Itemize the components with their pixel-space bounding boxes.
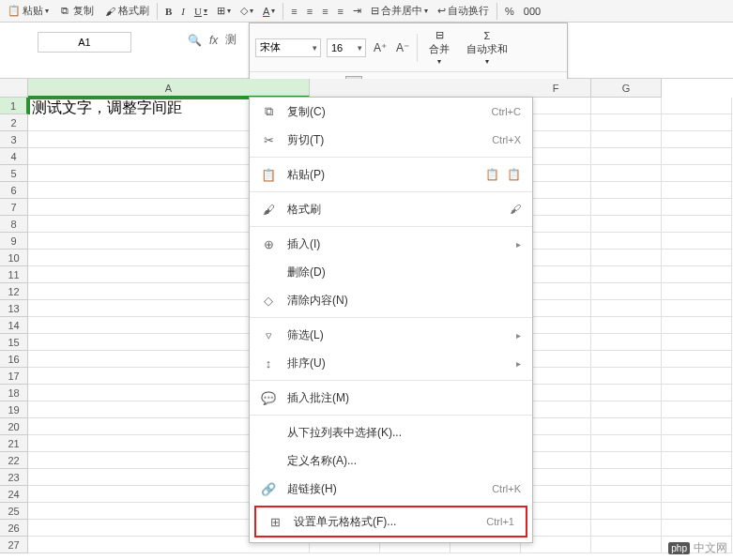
cell[interactable] [591,114,662,131]
border-button[interactable]: ⊞▾ [213,3,235,19]
row-header[interactable]: 11 [0,266,28,283]
row-header[interactable]: 4 [0,148,28,165]
row-header[interactable]: 16 [0,351,28,368]
row-header[interactable]: 10 [0,250,28,266]
row-header[interactable]: 19 [0,401,28,418]
bold-button[interactable]: B [161,4,176,19]
cell[interactable] [662,148,732,165]
row-header[interactable]: 7 [0,199,28,216]
paste-button[interactable]: 📋粘贴▾ [4,2,53,20]
row-header[interactable]: 15 [0,334,28,351]
indent-button[interactable]: ⇥ [349,3,365,19]
row-header[interactable]: 24 [0,486,28,503]
cell[interactable] [662,165,732,182]
cm-from-dropdown[interactable]: 从下拉列表中选择(K)... [250,418,532,446]
copy-button[interactable]: ⧉复制 [54,2,98,20]
italic-button[interactable]: I [177,4,189,19]
cell[interactable] [591,537,662,553]
cm-insert[interactable]: ⊕ 插入(I) [250,230,532,258]
font-size-select[interactable]: 16 [327,38,366,57]
row-header[interactable]: 9 [0,233,28,250]
cell[interactable] [662,351,732,368]
cm-insert-comment[interactable]: 💬 插入批注(M) [250,384,532,412]
zoom-icon[interactable]: 🔍 [188,34,202,47]
paste-special-icon-1[interactable]: 📋 [485,168,499,181]
cell[interactable] [591,401,662,418]
font-color-button[interactable]: A▾ [259,4,279,19]
row-header[interactable]: 20 [0,418,28,435]
select-all-corner[interactable] [0,79,28,98]
cell[interactable] [662,317,732,334]
cm-filter[interactable]: ▿ 筛选(L) [250,321,532,349]
cm-format-painter[interactable]: 🖌 格式刷 🖌 [250,195,532,223]
paste-special-icon-2[interactable]: 📋 [507,168,521,181]
cell[interactable] [591,317,662,334]
font-name-select[interactable]: 宋体 [255,38,321,57]
wrap-text-button[interactable]: ↩ 自动换行 [434,2,493,20]
cell[interactable] [591,520,662,537]
cm-paste[interactable]: 📋 粘贴(P) 📋📋 [250,160,532,189]
cell[interactable] [662,418,732,435]
cm-hyperlink[interactable]: 🔗 超链接(H) Ctrl+K [250,475,532,503]
row-header[interactable]: 25 [0,503,28,520]
cell[interactable] [591,486,662,503]
cell[interactable] [662,283,732,300]
cell[interactable] [662,98,732,114]
column-header-f[interactable]: F [521,79,591,98]
cell[interactable] [662,216,732,233]
cm-clear[interactable]: ◇ 清除内容(N) [250,286,532,314]
cell[interactable] [662,401,732,418]
cell[interactable] [662,300,732,317]
cell[interactable] [591,131,662,148]
thousands-button[interactable]: 000 [520,4,544,19]
cm-define-name[interactable]: 定义名称(A)... [250,446,532,475]
row-header[interactable]: 27 [0,537,28,553]
row-header[interactable]: 21 [0,435,28,452]
row-header[interactable]: 18 [0,385,28,401]
cell[interactable] [591,216,662,233]
cell[interactable] [662,452,732,469]
row-header[interactable]: 23 [0,469,28,486]
increase-font-icon[interactable]: A⁺ [372,39,389,56]
cell[interactable] [591,418,662,435]
cell[interactable] [591,233,662,250]
cell[interactable] [591,368,662,385]
cell[interactable] [591,98,662,114]
cell[interactable] [591,283,662,300]
cell[interactable] [591,503,662,520]
cell[interactable] [591,182,662,199]
cm-sort[interactable]: ↕ 排序(U) [250,349,532,377]
row-header[interactable]: 6 [0,182,28,199]
row-header[interactable]: 17 [0,368,28,385]
cell[interactable] [591,435,662,452]
column-header-g[interactable]: G [591,79,662,98]
cell[interactable] [591,452,662,469]
cm-format-cells[interactable]: ⊞ 设置单元格格式(F)... Ctrl+1 [256,507,526,536]
row-header[interactable]: 5 [0,165,28,182]
cell[interactable] [662,131,732,148]
percent-button[interactable]: % [501,4,518,19]
cell[interactable] [662,520,732,537]
cell[interactable] [662,233,732,250]
row-header[interactable]: 13 [0,300,28,317]
column-header-a[interactable]: A [28,79,310,98]
align-middle-button[interactable]: ≡ [303,4,316,19]
cm-copy[interactable]: ⧉ 复制(C) Ctrl+C [250,98,532,126]
row-header[interactable]: 3 [0,131,28,148]
underline-button[interactable]: U▾ [191,4,211,19]
cell[interactable] [591,266,662,283]
cell[interactable] [662,182,732,199]
cell[interactable] [591,334,662,351]
fill-color-button[interactable]: ◇▾ [237,3,257,19]
cell[interactable] [662,114,732,131]
cell[interactable] [662,435,732,452]
merge-button[interactable]: ⊟合并▾ [423,27,455,68]
format-painter-extra-icon[interactable]: 🖌 [510,203,521,216]
cm-cut[interactable]: ✂ 剪切(T) Ctrl+X [250,126,532,154]
cell[interactable] [662,334,732,351]
fx-icon[interactable]: fx [209,34,218,47]
autosum-button[interactable]: Σ自动求和▾ [461,28,513,68]
cell[interactable] [591,250,662,266]
cell[interactable] [662,368,732,385]
align-center-button[interactable]: ≡ [334,4,347,19]
